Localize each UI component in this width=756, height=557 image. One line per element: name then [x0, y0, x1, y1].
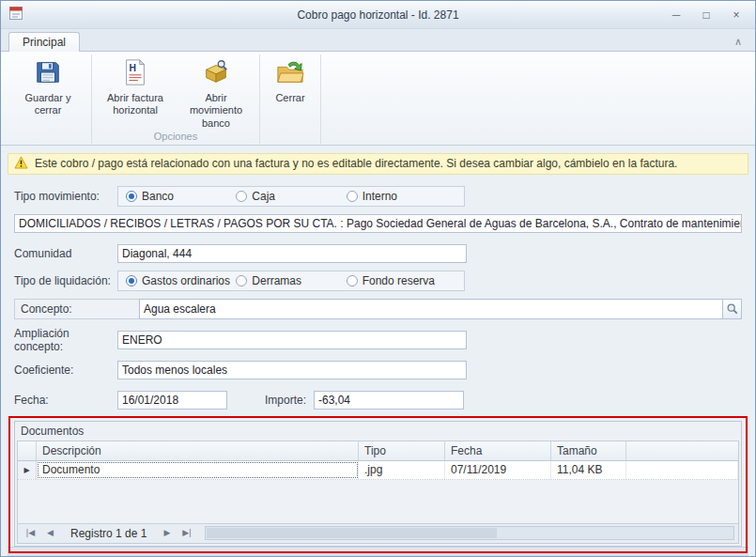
- tab-principal[interactable]: Principal: [8, 32, 80, 52]
- radio-fondo-circle: [347, 275, 358, 286]
- comunidad-label: Comunidad: [14, 247, 117, 260]
- ribbon-group-caption: Opciones: [95, 130, 256, 144]
- save-and-close-button[interactable]: Guardar y cerrar: [8, 54, 88, 130]
- fecha-field[interactable]: 16/01/2018: [117, 391, 227, 410]
- ampliacion-label: Ampliación concepto:: [14, 327, 117, 353]
- horizontal-scrollbar[interactable]: [205, 526, 734, 540]
- ribbon-group-opciones: H Abrir factura horizontal: [92, 54, 260, 144]
- radio-caja[interactable]: Caja: [236, 190, 346, 203]
- grid-empty-area: [18, 480, 738, 523]
- record-counter: Registro 1 de 1: [70, 527, 147, 540]
- fecha-label: Fecha:: [14, 394, 117, 407]
- nav-prev-icon[interactable]: ◀: [41, 526, 59, 540]
- scrollbar-thumb[interactable]: [207, 528, 497, 538]
- table-row[interactable]: ▶ Documento .jpg 07/11/2019 11,04 KB: [18, 461, 738, 480]
- importe-field[interactable]: -63,04: [314, 391, 464, 410]
- maximize-icon[interactable]: □: [699, 8, 714, 22]
- radio-banco[interactable]: Banco: [126, 190, 236, 203]
- radio-caja-label: Caja: [252, 190, 275, 203]
- grid-header-filler: [626, 441, 738, 460]
- content-panel: Este cobro / pago está relacionado con u…: [1, 146, 755, 556]
- column-header-fecha[interactable]: Fecha: [445, 441, 551, 460]
- coeficiente-field[interactable]: Todos menos locales: [117, 361, 467, 379]
- fecha-importe-row: Fecha: 16/01/2018 Importe: -63,04: [14, 391, 742, 410]
- window-title: Cobro pago horizontal - Id. 2871: [1, 8, 755, 22]
- radio-derramas[interactable]: Derramas: [236, 274, 346, 287]
- nav-first-icon[interactable]: |◀: [22, 526, 39, 540]
- warning-icon: [14, 156, 28, 172]
- form: Tipo movimiento: Banco Caja Interno: [8, 186, 748, 419]
- ampliacion-field[interactable]: ENERO: [117, 331, 467, 349]
- close-button[interactable]: Cerrar: [263, 54, 317, 130]
- radio-gastos-circle: [126, 275, 137, 286]
- concepto-field-wrap: Agua escalera: [140, 299, 742, 319]
- warning-text: Este cobro / pago está relacionado con u…: [35, 157, 677, 170]
- cell-tamano[interactable]: 11,04 KB: [551, 461, 626, 479]
- ribbon-group-save: Guardar y cerrar: [5, 54, 92, 144]
- dialog-window: Cobro pago horizontal - Id. 2871 ─ □ × P…: [0, 0, 756, 557]
- svg-text:H: H: [129, 63, 135, 73]
- search-icon: [726, 302, 739, 316]
- radio-gastos-ordinarios[interactable]: Gastos ordinarios: [126, 274, 236, 287]
- radio-banco-circle: [126, 191, 137, 202]
- column-header-tipo[interactable]: Tipo: [359, 441, 445, 460]
- minimize-icon[interactable]: ─: [669, 8, 684, 22]
- radio-fondo-label: Fondo reserva: [363, 274, 435, 287]
- tipo-liquidacion-group: Gastos ordinarios Derramas Fondo reserva: [117, 271, 465, 291]
- concepto-label: Concepto:: [14, 299, 140, 319]
- documentos-groupbox: Documentos Descripción Tipo Fecha Tamaño…: [14, 421, 742, 547]
- row-indicator-icon: ▶: [18, 461, 37, 479]
- documentos-grid: Descripción Tipo Fecha Tamaño ▶ Document…: [17, 441, 739, 544]
- tipo-movimiento-row: Tipo movimiento: Banco Caja Interno: [14, 186, 742, 207]
- documentos-title: Documentos: [17, 424, 739, 441]
- bank-box-icon: [202, 58, 230, 92]
- radio-derramas-label: Derramas: [252, 274, 301, 287]
- open-invoice-button[interactable]: H Abrir factura horizontal: [95, 54, 176, 130]
- save-and-close-label: Guardar y cerrar: [12, 92, 84, 116]
- ribbon-tabstrip: Principal ∧: [1, 29, 755, 51]
- column-header-descripcion[interactable]: Descripción: [37, 441, 359, 460]
- ribbon-collapse-icon[interactable]: ∧: [729, 36, 748, 51]
- cell-tipo[interactable]: .jpg: [359, 461, 445, 479]
- grid-header: Descripción Tipo Fecha Tamaño: [18, 441, 738, 461]
- open-bank-movement-button[interactable]: Abrir movimiento banco: [176, 54, 256, 130]
- cell-fecha[interactable]: 07/11/2019: [445, 461, 551, 479]
- tipo-liquidacion-label: Tipo de liquidación:: [14, 274, 117, 287]
- importe-label: Importe:: [265, 394, 306, 407]
- cell-descripcion[interactable]: Documento: [37, 461, 359, 479]
- nav-last-icon[interactable]: ▶|: [177, 526, 195, 540]
- ribbon-group-caption-empty2: [263, 130, 317, 144]
- radio-interno[interactable]: Interno: [347, 190, 456, 203]
- movimiento-description-field[interactable]: DOMICILIADOS / RECIBOS / LETRAS / PAGOS …: [14, 214, 742, 233]
- save-icon: [34, 58, 62, 92]
- open-bank-movement-label: Abrir movimiento banco: [180, 92, 252, 130]
- window-controls: ─ □ ×: [669, 8, 748, 22]
- concepto-field[interactable]: Agua escalera: [139, 299, 723, 319]
- comunidad-field[interactable]: Diagonal, 444: [117, 244, 467, 263]
- grid-header-indicator: [18, 441, 37, 460]
- record-navigator: |◀ ◀ Registro 1 de 1 ▶ ▶|: [18, 523, 738, 543]
- window-footer: [8, 547, 748, 556]
- invoice-document-icon: H: [121, 58, 149, 92]
- radio-derramas-circle: [236, 275, 247, 286]
- concepto-search-button[interactable]: [722, 299, 742, 319]
- documentos-section: Documentos Descripción Tipo Fecha Tamaño…: [14, 421, 742, 547]
- radio-interno-circle: [347, 191, 358, 202]
- ribbon: Guardar y cerrar H Abrir factura: [1, 51, 755, 146]
- ampliacion-row: Ampliación concepto: ENERO: [14, 327, 742, 353]
- radio-interno-label: Interno: [363, 190, 397, 203]
- tipo-movimiento-group: Banco Caja Interno: [117, 186, 465, 207]
- radio-fondo-reserva[interactable]: Fondo reserva: [347, 274, 456, 287]
- title-bar: Cobro pago horizontal - Id. 2871 ─ □ ×: [1, 1, 755, 29]
- nav-next-icon[interactable]: ▶: [158, 526, 176, 540]
- tipo-liquidacion-row: Tipo de liquidación: Gastos ordinarios D…: [14, 271, 742, 291]
- warning-banner: Este cobro / pago está relacionado con u…: [8, 153, 748, 175]
- close-icon[interactable]: ×: [729, 8, 744, 22]
- tipo-movimiento-label: Tipo movimiento:: [14, 190, 117, 203]
- column-header-tamano[interactable]: Tamaño: [551, 441, 626, 460]
- coeficiente-label: Coeficiente:: [14, 364, 117, 377]
- open-invoice-label: Abrir factura horizontal: [100, 92, 171, 116]
- ribbon-group-caption-empty: [8, 130, 88, 144]
- coeficiente-row: Coeficiente: Todos menos locales: [14, 361, 742, 379]
- radio-caja-circle: [236, 191, 247, 202]
